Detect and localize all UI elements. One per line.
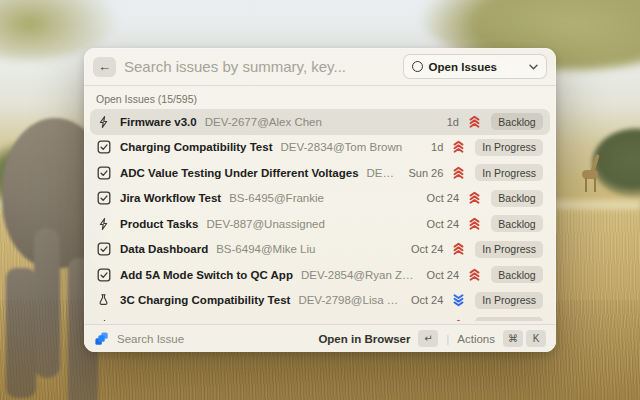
issue-date: Sun 26 [408, 167, 443, 179]
issue-row[interactable]: Jira Workflow Test BS-6495@Frankie Oct 2… [90, 186, 550, 212]
issue-key-assignee: DEV-2384@Tom Brown [367, 167, 401, 179]
status-badge: In Progress [475, 139, 543, 156]
issue-key-assignee: DEV-2854@Ryan Zhang [301, 269, 419, 281]
status-circle-icon [412, 61, 423, 72]
priority-highest-icon [452, 166, 466, 180]
issue-date: Oct 24 [427, 269, 459, 281]
issue-date: Oct 24 [411, 243, 443, 255]
issue-date: Oct 24 [427, 192, 459, 204]
task-checkbox-icon [97, 191, 112, 206]
k-key-icon: K [526, 330, 546, 347]
footer-separator: | [446, 333, 449, 345]
issue-title: 3C Charging Compatibility Test [120, 294, 290, 306]
issue-title: Charging Compatibility Test [120, 141, 273, 153]
priority-highest-icon [468, 115, 482, 129]
epic-icon [97, 318, 112, 321]
priority-highest-icon [468, 191, 482, 205]
epic-icon [97, 114, 112, 129]
issue-date: Oct 24 [411, 320, 443, 321]
test-flask-icon [97, 293, 112, 308]
issue-title: Firmware v3.0 [120, 116, 197, 128]
issue-key-assignee: DEV-887@Unassigned [206, 218, 418, 230]
issue-key-assignee: BS-6494@Mike Liu [216, 243, 403, 255]
status-badge: In Progress [475, 241, 543, 258]
jira-logo-icon [94, 331, 109, 346]
task-checkbox-icon [97, 165, 112, 180]
status-badge: In Progress [475, 292, 543, 309]
priority-highest-icon [468, 268, 482, 282]
issue-title: Jira Workflow Test [120, 192, 221, 204]
filter-dropdown[interactable]: Open Issues [403, 54, 547, 79]
issue-title: ADC Value Testing Under Different Voltag… [120, 167, 359, 179]
cmd-key-icon: ⌘ [503, 330, 523, 347]
issue-title: Product Tasks [120, 218, 198, 230]
status-badge: Backlog [491, 215, 543, 232]
priority-highest-icon [468, 217, 482, 231]
epic-icon [97, 216, 112, 231]
actions-shortcut: ⌘ K [503, 330, 546, 347]
task-checkbox-icon [97, 267, 112, 282]
issue-row[interactable]: ADC Value Testing Under Different Voltag… [90, 160, 550, 186]
search-input[interactable] [124, 58, 395, 75]
issue-date: Oct 24 [427, 218, 459, 230]
issue-date: 1d [447, 116, 459, 128]
open-in-browser-action[interactable]: Open in Browser [318, 333, 410, 345]
return-key-icon: ↵ [418, 330, 438, 347]
issue-row[interactable]: Add 5A Mode Switch to QC App DEV-2854@Ry… [90, 262, 550, 288]
issue-row[interactable]: Data Dashboard BS-6494@Mike Liu Oct 24 I… [90, 237, 550, 263]
issue-key-assignee: DEV-2834@Tom Brown [281, 141, 424, 153]
search-dialog: ← Open Issues Open Issues (15/595) Firmw… [84, 48, 556, 352]
priority-highest-icon [452, 319, 466, 321]
priority-highest-icon [452, 140, 466, 154]
footer-bar: Search Issue Open in Browser ↵ | Actions… [84, 324, 556, 352]
status-badge: Backlog [491, 113, 543, 130]
issue-title: Data Dashboard [120, 243, 208, 255]
issue-title: WeChat Mini Program [120, 320, 239, 321]
footer-app-label: Search Issue [117, 333, 310, 345]
actions-menu-button[interactable]: Actions [457, 333, 495, 345]
issue-key-assignee: BS-6495@Frankie [229, 192, 418, 204]
section-header: Open Issues (15/595) [84, 86, 556, 109]
back-arrow-icon: ← [98, 59, 111, 74]
issue-row[interactable]: 3C Charging Compatibility Test DEV-2798@… [90, 288, 550, 314]
issue-date: Oct 24 [411, 294, 443, 306]
issue-date: 1d [431, 141, 443, 153]
chevron-down-icon [529, 64, 538, 70]
priority-highest-icon [452, 242, 466, 256]
filter-dropdown-label: Open Issues [429, 61, 523, 73]
task-checkbox-icon [97, 242, 112, 257]
back-button[interactable]: ← [93, 57, 116, 77]
issue-key-assignee: DEV-2798@Lisa Chen [298, 294, 403, 306]
task-checkbox-icon [97, 140, 112, 155]
issue-title: Add 5A Mode Switch to QC App [120, 269, 293, 281]
status-badge: Backlog [491, 190, 543, 207]
status-badge: In Progress [475, 317, 543, 321]
issue-row[interactable]: WeChat Mini Program DEV-1210@Unassigned … [90, 313, 550, 321]
giraffe [580, 152, 606, 198]
search-bar: ← Open Issues [84, 48, 556, 85]
issue-key-assignee: DEV-2677@Alex Chen [205, 116, 439, 128]
issue-list: Firmware v3.0 DEV-2677@Alex Chen 1d Back… [84, 109, 556, 321]
issue-row[interactable]: Firmware v3.0 DEV-2677@Alex Chen 1d Back… [90, 109, 550, 135]
issue-row[interactable]: Product Tasks DEV-887@Unassigned Oct 24 … [90, 211, 550, 237]
issue-row[interactable]: Charging Compatibility Test DEV-2834@Tom… [90, 135, 550, 161]
status-badge: In Progress [475, 164, 543, 181]
status-badge: Backlog [491, 266, 543, 283]
issue-key-assignee: DEV-1210@Unassigned [247, 320, 403, 321]
priority-lowest-icon [452, 293, 466, 307]
